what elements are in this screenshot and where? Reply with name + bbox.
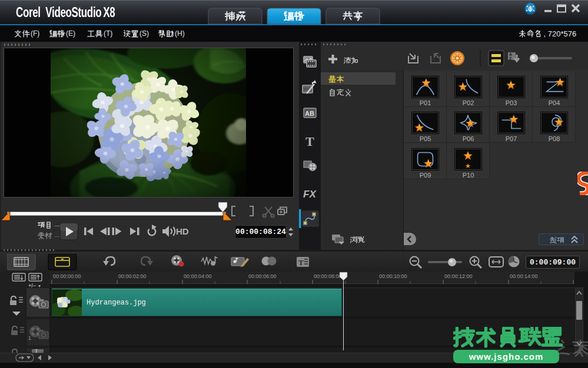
svg-text:FX: FX: [303, 189, 317, 200]
svg-text:A: A: [509, 52, 512, 56]
svg-text:00:00:02:00: 00:00:02:00: [118, 273, 147, 279]
svg-text:00:00:04:00: 00:00:04:00: [184, 273, 212, 279]
svg-text:T: T: [298, 258, 304, 267]
svg-text:AB: AB: [305, 110, 314, 117]
svg-text:Z: Z: [509, 56, 512, 61]
svg-text:T: T: [305, 134, 314, 149]
svg-text:00:00:06:00: 00:00:06:00: [248, 273, 277, 279]
svg-text:00:00:00:00: 00:00:00:00: [53, 273, 81, 279]
svg-text:1: 1: [28, 335, 31, 341]
svg-text:00:00:08:00: 00:00:08:00: [314, 273, 342, 279]
svg-text:HD: HD: [176, 226, 189, 236]
svg-text:00:00:10:00: 00:00:10:00: [379, 273, 407, 279]
svg-text:T: T: [35, 349, 38, 353]
svg-text:00:00:14:00: 00:00:14:00: [510, 273, 538, 279]
svg-text:00:00:12:00: 00:00:12:00: [444, 273, 473, 279]
